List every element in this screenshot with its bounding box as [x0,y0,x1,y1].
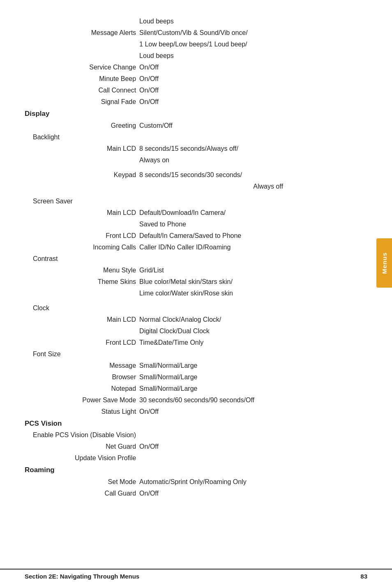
item-value: Loud beeps [138,50,367,62]
item-label: Message Alerts [25,27,138,39]
item-value: Default/In Camera/Saved to Phone [138,230,367,242]
page-footer: Section 2E: Navigating Through Menus 83 [0,569,392,580]
table-row: Front LCDDefault/In Camera/Saved to Phon… [25,230,367,242]
item-value: Time&Date/Time Only [138,337,367,348]
table-row: Message AlertsSilent/Custom/Vib & Sound/… [25,27,367,39]
item-value: Grid/List [138,265,367,276]
item-value [138,452,367,464]
item-value: On/Off [138,85,367,96]
table-row: Call ConnectOn/Off [25,85,367,96]
item-label: Service Change [25,62,138,73]
footer-title: Section 2E: Navigating Through Menus [25,573,139,580]
table-row: Loud beeps [25,16,367,27]
section-header: Screen Saver [25,196,367,207]
item-value: Default/Download/In Camera/ [138,207,367,219]
item-label [25,325,138,337]
table-row: GreetingCustom/Off [25,120,367,131]
table-row: Menu StyleGrid/List [25,265,367,276]
item-label: Front LCD [25,230,138,242]
item-label: Keypad [25,169,138,181]
table-row: Main LCD8 seconds/15 seconds/Always off/ [25,143,367,154]
item-label: Incoming Calls [25,242,138,253]
table-row: Update Vision Profile [25,452,367,464]
table-row: Saved to Phone [25,219,367,230]
item-value: Digital Clock/Dual Clock [138,325,367,337]
table-row: Theme SkinsBlue color/Metal skin/Stars s… [25,276,367,288]
table-row: Front LCDTime&Date/Time Only [25,337,367,348]
table-row: BrowserSmall/Normal/Large [25,371,367,383]
item-value: Blue color/Metal skin/Stars skin/ [138,276,367,288]
table-row: Roaming [25,464,367,476]
item-label: Status Light [25,406,138,417]
table-row [25,299,367,302]
item-value: 30 seconds/60 seconds/90 seconds/Off [138,394,367,406]
item-label: Main LCD [25,143,138,154]
item-value: Small/Normal/Large [138,360,367,371]
item-value: Loud beeps [138,16,367,27]
table-row: Always on [25,154,367,166]
item-value: On/Off [138,73,367,85]
item-label [25,181,138,192]
item-label [25,39,138,50]
table-row: NotepadSmall/Normal/Large [25,383,367,394]
item-label: Net Guard [25,441,138,452]
side-tab: Menus [376,238,392,288]
table-row [25,12,367,16]
item-label: Main LCD [25,207,138,219]
table-row: Status LightOn/Off [25,406,367,417]
menu-table: Loud beepsMessage AlertsSilent/Custom/Vi… [25,12,367,499]
section-header: Roaming [25,464,367,476]
page-content: Loud beepsMessage AlertsSilent/Custom/Vi… [0,0,392,524]
item-value: 8 seconds/15 seconds/Always off/ [138,143,367,154]
table-row [25,166,367,169]
table-row: MessageSmall/Normal/Large [25,360,367,371]
table-row: Loud beeps [25,50,367,62]
item-label: Set Mode [25,476,138,488]
table-row: Service ChangeOn/Off [25,62,367,73]
item-value [138,429,367,441]
table-row: 1 Low beep/Low beeps/1 Loud beep/ [25,39,367,50]
table-row: Signal FadeOn/Off [25,96,367,108]
item-label: Theme Skins [25,276,138,288]
item-label: Enable PCS Vision (Disable Vision) [25,429,138,441]
item-label [25,16,138,27]
table-row: Set ModeAutomatic/Sprint Only/Roaming On… [25,476,367,488]
table-row: PCS Vision [25,417,367,430]
item-label: Call Connect [25,85,138,96]
table-row: Font Size [25,348,367,360]
section-header: Backlight [25,131,367,143]
table-row: Call GuardOn/Off [25,488,367,499]
item-value: On/Off [138,488,367,499]
section-header: Contrast [25,253,367,265]
item-value: Always off [138,181,367,192]
table-row: Lime color/Water skin/Rose skin [25,288,367,299]
table-row: Screen Saver [25,196,367,207]
table-row: Display [25,108,367,120]
section-header: PCS Vision [25,417,367,430]
item-value: Small/Normal/Large [138,383,367,394]
table-row: Backlight [25,131,367,143]
item-value: On/Off [138,62,367,73]
table-row: Keypad8 seconds/15 seconds/30 seconds/ [25,169,367,181]
table-row: Contrast [25,253,367,265]
item-value: Always on [138,154,367,166]
item-value: On/Off [138,441,367,452]
item-value: Custom/Off [138,120,367,131]
item-value: Caller ID/No Caller ID/Roaming [138,242,367,253]
table-row: Main LCDDefault/Download/In Camera/ [25,207,367,219]
item-label: Update Vision Profile [25,452,138,464]
table-row [25,192,367,196]
item-label: Front LCD [25,337,138,348]
table-row: Minute BeepOn/Off [25,73,367,85]
footer-page: 83 [360,573,367,580]
item-label: Minute Beep [25,73,138,85]
table-row: Enable PCS Vision (Disable Vision) [25,429,367,441]
item-label [25,154,138,166]
section-header: Font Size [25,348,367,360]
section-header: Clock [25,302,367,314]
item-value: On/Off [138,96,367,108]
section-header: Display [25,108,367,120]
item-value: Automatic/Sprint Only/Roaming Only [138,476,367,488]
item-value: Silent/Custom/Vib & Sound/Vib once/ [138,27,367,39]
table-row: Net GuardOn/Off [25,441,367,452]
